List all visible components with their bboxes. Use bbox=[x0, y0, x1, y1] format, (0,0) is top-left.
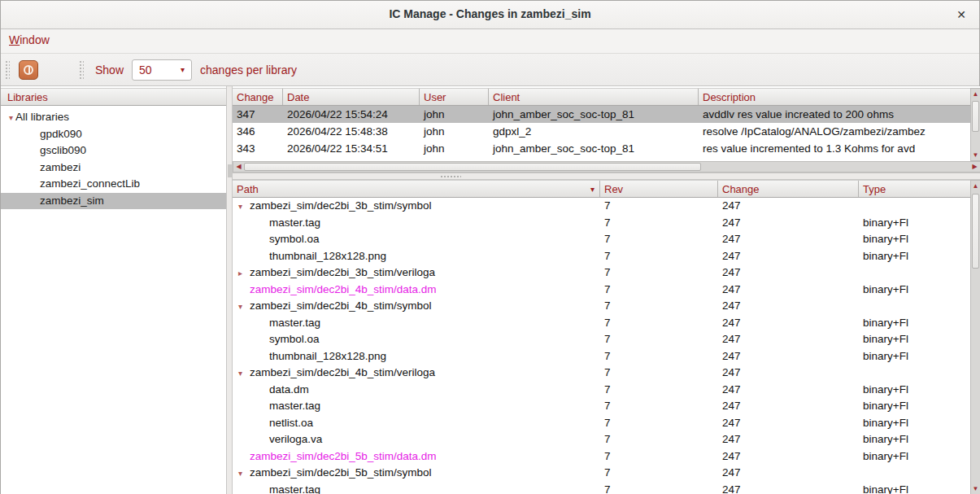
cell-type: binary+Fl bbox=[859, 382, 970, 399]
scroll-up-icon[interactable]: ▲ bbox=[971, 181, 980, 190]
cell-type: binary+Fl bbox=[859, 398, 970, 415]
table-row[interactable]: 3432026/04/22 15:34:51johnjohn_amber_soc… bbox=[233, 140, 970, 157]
scroll-up-icon[interactable]: ▲ bbox=[971, 90, 980, 98]
table-row[interactable]: ▸zambezi_sim/dec2bi_3b_stim/veriloga7247 bbox=[233, 264, 970, 282]
changes-table: Change Date User Client Description 3472… bbox=[233, 88, 970, 161]
column-header-change[interactable]: Change bbox=[233, 89, 283, 105]
tree-item-gsclib090[interactable]: gsclib090 bbox=[1, 142, 226, 160]
scroll-down-icon[interactable]: ▼ bbox=[971, 151, 980, 160]
cell-change: 247 bbox=[718, 198, 859, 215]
column-header-rev[interactable]: Rev bbox=[600, 181, 718, 197]
show-count-select[interactable]: 50 ▾ bbox=[132, 59, 192, 81]
disconnect-button[interactable] bbox=[18, 59, 39, 81]
horizontal-splitter[interactable] bbox=[233, 173, 980, 180]
toolbar-grip-icon bbox=[78, 59, 84, 81]
splitter-grip-icon bbox=[228, 164, 232, 177]
expander-icon[interactable]: ▾ bbox=[237, 199, 250, 215]
files-table: Path ▾ Rev Change Type ▾zambezi_sim/dec2… bbox=[233, 180, 970, 494]
cell-path: ▸zambezi_sim/dec2bi_3b_stim/veriloga bbox=[233, 264, 600, 282]
column-header-client[interactable]: Client bbox=[489, 89, 699, 105]
menu-item-window[interactable]: Window bbox=[1, 29, 58, 50]
path-label: zambezi_sim/dec2bi_4b_stim/data.dm bbox=[250, 283, 437, 295]
vertical-splitter[interactable] bbox=[226, 86, 233, 494]
tree-item-zambezi[interactable]: zambezi bbox=[1, 160, 226, 177]
expander-icon[interactable]: ▾ bbox=[237, 466, 250, 482]
cell-path: master.tag bbox=[233, 215, 600, 232]
table-row[interactable]: 3472026/04/22 15:54:24johnjohn_amber_soc… bbox=[233, 106, 970, 123]
cell-path: netlist.oa bbox=[233, 415, 600, 432]
cell-change: 247 bbox=[718, 382, 859, 399]
column-header-description[interactable]: Description bbox=[699, 89, 970, 105]
table-row[interactable]: master.tag7247binary+Fl bbox=[233, 398, 970, 415]
path-label: zambezi_sim/dec2bi_4b_stim/veriloga bbox=[250, 366, 435, 378]
path-label: veriloga.va bbox=[269, 433, 322, 445]
tree-item-gpdk090[interactable]: gpdk090 bbox=[1, 126, 226, 143]
sort-descending-icon[interactable]: ▾ bbox=[590, 181, 595, 197]
column-header-date[interactable]: Date bbox=[283, 89, 420, 105]
cell-client: john_amber_soc_soc-top_81 bbox=[489, 140, 699, 157]
cell-type bbox=[859, 365, 970, 382]
show-label: Show bbox=[95, 63, 124, 77]
table-row[interactable]: zambezi_sim/dec2bi_4b_stim/data.dm7247bi… bbox=[233, 282, 970, 299]
scroll-left-icon[interactable]: ◀ bbox=[234, 162, 243, 171]
table-row[interactable]: 3462026/04/22 15:48:38johngdpxl_2resolve… bbox=[233, 123, 970, 140]
cell-type: binary+Fl bbox=[859, 415, 970, 432]
path-label: zambezi_sim/dec2bi_5b_stim/symbol bbox=[250, 466, 432, 479]
table-row[interactable]: master.tag7247binary+Fl bbox=[233, 315, 970, 332]
cell-rev: 7 bbox=[600, 365, 718, 382]
cell-type bbox=[859, 298, 970, 315]
tree-item-zambezi_sim[interactable]: zambezi_sim bbox=[1, 193, 226, 210]
table-row[interactable]: data.dm7247binary+Fl bbox=[233, 382, 970, 399]
column-header-type[interactable]: Type bbox=[859, 181, 970, 197]
scroll-right-icon[interactable]: ▶ bbox=[970, 162, 979, 171]
changes-vertical-scrollbar[interactable]: ▲ ▼ bbox=[970, 88, 980, 161]
power-icon bbox=[19, 60, 38, 80]
table-row[interactable]: ▾zambezi_sim/dec2bi_4b_stim/symbol7247 bbox=[233, 298, 970, 315]
expander-icon[interactable]: ▾ bbox=[237, 365, 250, 382]
table-row[interactable]: symbol.oa7247binary+Fl bbox=[233, 331, 970, 348]
cell-change: 247 bbox=[718, 215, 859, 232]
cell-type: binary+Fl bbox=[859, 231, 970, 248]
cell-rev: 7 bbox=[600, 415, 718, 432]
cell-path: veriloga.va bbox=[233, 431, 600, 448]
files-vertical-scrollbar[interactable]: ▲ ▼ bbox=[970, 180, 980, 494]
table-row[interactable]: veriloga.va7247binary+Fl bbox=[233, 431, 970, 448]
table-row[interactable]: thumbnail_128x128.png7247binary+Fl bbox=[233, 348, 970, 365]
expander-icon[interactable]: ▾ bbox=[1, 110, 15, 126]
expander-icon[interactable]: ▾ bbox=[237, 299, 250, 315]
refresh-icon bbox=[51, 61, 68, 78]
table-row[interactable]: ▾zambezi_sim/dec2bi_5b_stim/symbol7247 bbox=[233, 465, 970, 482]
column-header-change[interactable]: Change bbox=[718, 181, 859, 197]
libraries-header: Libraries bbox=[1, 88, 226, 106]
table-row[interactable]: zambezi_sim/dec2bi_5b_stim/data.dm7247bi… bbox=[233, 448, 970, 466]
table-row[interactable]: thumbnail_128x128.png7247binary+Fl bbox=[233, 248, 970, 265]
close-icon[interactable]: ✕ bbox=[953, 7, 969, 23]
cell-change: 247 bbox=[718, 315, 859, 332]
table-row[interactable]: symbol.oa7247binary+Fl bbox=[233, 231, 970, 248]
changes-horizontal-scrollbar[interactable]: ◀ ▶ bbox=[233, 161, 980, 173]
path-label: symbol.oa bbox=[269, 333, 320, 345]
cell-change: 247 bbox=[718, 448, 859, 466]
column-header-user[interactable]: User bbox=[420, 89, 489, 105]
table-row[interactable]: ▾zambezi_sim/dec2bi_3b_stim/symbol7247 bbox=[233, 198, 970, 215]
cell-rev: 7 bbox=[600, 398, 718, 415]
scrollbar-thumb[interactable] bbox=[972, 101, 979, 132]
scrollbar-thumb[interactable] bbox=[972, 194, 979, 269]
refresh-button[interactable] bbox=[49, 59, 70, 81]
column-header-path[interactable]: Path ▾ bbox=[233, 181, 600, 197]
table-row[interactable]: netlist.oa7247binary+Fl bbox=[233, 415, 970, 432]
expander-icon[interactable]: ▸ bbox=[237, 265, 250, 282]
path-label: netlist.oa bbox=[269, 417, 313, 429]
cell-path: thumbnail_128x128.png bbox=[233, 348, 600, 365]
cell-rev: 7 bbox=[600, 315, 718, 332]
table-row[interactable]: master.tag7247binary+Fl bbox=[233, 215, 970, 232]
cell-type bbox=[859, 465, 970, 482]
table-row[interactable]: ▾zambezi_sim/dec2bi_4b_stim/veriloga7247 bbox=[233, 365, 970, 382]
tree-item-zambezi_connectLib[interactable]: zambezi_connectLib bbox=[1, 176, 226, 193]
table-row[interactable]: master.tag7247binary+Fl bbox=[233, 482, 970, 494]
cell-date: 2026/04/22 15:54:24 bbox=[283, 106, 420, 123]
scrollbar-thumb[interactable] bbox=[244, 163, 701, 171]
scroll-down-icon[interactable]: ▼ bbox=[971, 484, 980, 493]
tree-item-all-libraries[interactable]: ▾All libraries bbox=[1, 109, 226, 126]
toolbar-grip-icon bbox=[4, 59, 10, 81]
